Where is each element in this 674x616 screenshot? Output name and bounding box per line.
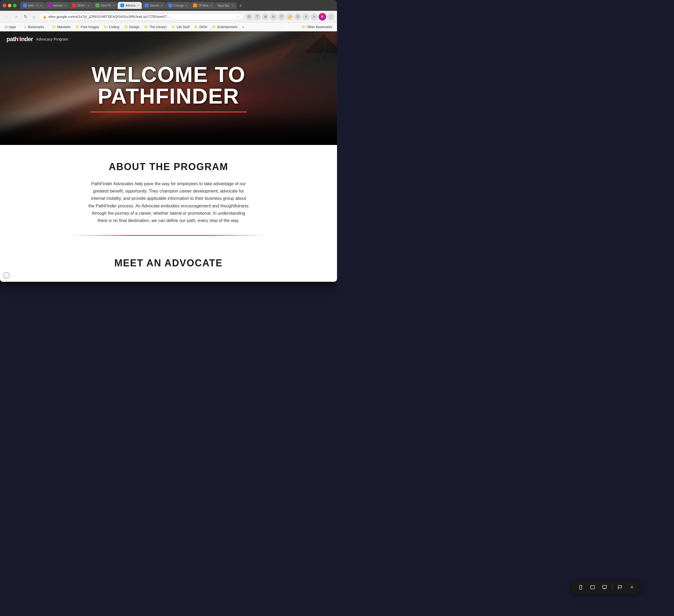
bookmark-free-images[interactable]: 📁 Free Images [73,24,101,30]
about-section: ABOUT THE PROGRAM PathFinder Advocates h… [0,145,337,247]
bookmark-entertainment-label: Entertainment [217,25,237,29]
tab-label-glint: Glint Ph [101,4,111,7]
design-folder-icon: 📁 [124,25,128,29]
maximize-button[interactable] [13,4,16,7]
bookmark-life-stuff[interactable]: 📁 Life Stuff [169,24,192,30]
tab-dish[interactable]: DISH - ✕ [70,2,93,9]
bookmark-mandarin[interactable]: 📁 Mandarin [50,24,73,30]
chrome-menu-icon[interactable]: ⋮ [327,13,334,20]
bookmark-design-label: Design [129,25,139,29]
more-extensions-icon[interactable]: ≡ [311,13,318,20]
bookmark-more[interactable]: » [240,24,246,30]
dish-folder-icon: 📁 [194,25,198,29]
tab-ta-week[interactable]: TA Wee ✕ [191,2,215,9]
lastpass-icon[interactable]: 🔑 [286,13,293,20]
bookmark-separator-2 [48,25,48,29]
mandarin-folder-icon: 📁 [52,25,56,29]
logo-subtitle: Advocacy Program [36,37,68,41]
bookmark-coding-label: Coding [109,25,119,29]
close-button[interactable] [3,4,6,7]
bookmark-apps[interactable]: ⊞ Apps [3,24,18,30]
hero-heading: WELCOME TO PATHFINDER [0,64,337,107]
tab-favicon-glint [96,4,99,7]
secure-icon: 🔒 [43,15,47,19]
bookmark-library[interactable]: 📁 The Library! [142,24,169,30]
tab-favicon-ta-week [193,4,197,7]
tab-close-search[interactable]: ✕ [161,4,163,7]
meet-section: MEET AN ADVOCATE [0,247,337,282]
tab-close-change[interactable]: ✕ [185,4,188,7]
translate-icon[interactable]: T [254,13,261,20]
tab-label-new-tab: New Tab [218,4,229,7]
bookmark-design[interactable]: 📁 Design [122,24,141,30]
bookmark-other[interactable]: 📁 Other Bookmarks [300,24,334,30]
home-button[interactable]: ⌂ [31,13,37,20]
hero-section: pathfinder Advocacy Program WELCOME TO P… [0,31,337,145]
tab-advocacy[interactable]: Advoca ✕ [118,2,142,9]
tab-close-new-tab[interactable]: ✕ [232,4,234,7]
tab-close-mail[interactable]: ✕ [40,4,42,7]
tab-close-advocacy[interactable]: ✕ [137,4,139,7]
bookmark-bookmarks[interactable]: ★ Bookmarks [22,24,46,30]
about-divider [70,235,267,236]
tab-change[interactable]: Change ✕ [166,2,191,9]
entertainment-folder-icon: 📁 [212,25,216,29]
tab-favicon-mail [23,4,27,7]
tab-favicon-change [168,4,172,7]
bookmark-library-label: The Library! [149,25,166,29]
title-bar: Mail - C ✕ Helman ✕ DISH - ✕ Glint Ph ✕ … [0,0,337,11]
back-button[interactable]: ← [3,13,10,20]
extensions-icon[interactable]: ⚙ [262,13,269,20]
tab-favicon-dish [72,4,76,7]
bookmark-other-label: Other Bookmarks [307,25,332,29]
bookmark-mandarin-label: Mandarin [57,25,71,29]
tab-close-ta-week[interactable]: ✕ [210,4,212,7]
bookmark-star-icon[interactable]: ☆ [236,15,240,19]
bookmark-coding[interactable]: 📁 Coding [102,24,121,30]
logo: pathfinder [6,36,33,43]
bookmark-separator-1 [20,25,20,29]
tab-favicon-search [145,4,148,7]
bookmark-free-images-label: Free Images [81,25,99,29]
bookmarks-star-icon: ★ [24,25,27,29]
library-folder-icon: 📁 [144,25,148,29]
life-stuff-folder-icon: 📁 [172,25,176,29]
tab-mail[interactable]: Mail - C ✕ [20,2,44,9]
tab-new-tab[interactable]: New Tab ✕ [215,2,237,9]
new-tab-button[interactable]: + [237,3,244,9]
tab-close-glint[interactable]: ✕ [113,4,115,7]
bookmark-entertainment[interactable]: 📁 Entertainment [210,24,240,30]
tab-search[interactable]: Search ✕ [142,2,165,9]
refresh-button[interactable]: ↻ [22,13,29,20]
navigation-bar: ← → ↻ ⌂ 🔒 sites.google.com/s/1sTyf_jZR6S… [0,11,337,23]
logo-dot: f [18,36,19,42]
tab-label-helman: Helman [53,4,63,7]
address-bar[interactable]: 🔒 sites.google.com/s/1sTyf_jZR6SSABTSEAQ… [39,13,243,20]
browser-window: Mail - C ✕ Helman ✕ DISH - ✕ Glint Ph ✕ … [0,0,337,282]
coding-folder-icon: 📁 [104,25,108,29]
grammarly-icon[interactable]: G [294,13,301,20]
hero-title-area: WELCOME TO PATHFINDER [0,64,337,113]
bookmark-dish[interactable]: 📁 DISH [192,24,209,30]
page-content: pathfinder Advocacy Program WELCOME TO P… [0,31,337,282]
meet-title: MEET AN ADVOCATE [54,257,283,269]
tab-close-helman[interactable]: ✕ [65,4,67,7]
bookmark-life-stuff-label: Life Stuff [177,25,189,29]
traffic-lights [3,4,16,7]
tab-label-change: Change [174,4,184,7]
forward-button[interactable]: → [12,13,20,20]
hero-line2: PATHFINDER [98,84,239,108]
tab-helman[interactable]: Helman ✕ [45,2,69,9]
sync-icon[interactable]: ↻ [270,13,277,20]
tab-glint[interactable]: Glint Ph ✕ [93,2,117,9]
react-icon[interactable]: ⚛ [302,13,309,20]
shield-icon[interactable]: 🛡 [278,13,285,20]
hero-divider [90,111,247,113]
tab-label-dish: DISH - [77,4,86,7]
info-icon[interactable]: i [3,272,10,278]
profile-avatar[interactable]: P [319,13,326,20]
minimize-button[interactable] [8,4,11,7]
tab-favicon-advocacy [120,4,124,7]
tab-close-dish[interactable]: ✕ [88,4,90,7]
google-account-icon[interactable]: G [246,13,253,20]
